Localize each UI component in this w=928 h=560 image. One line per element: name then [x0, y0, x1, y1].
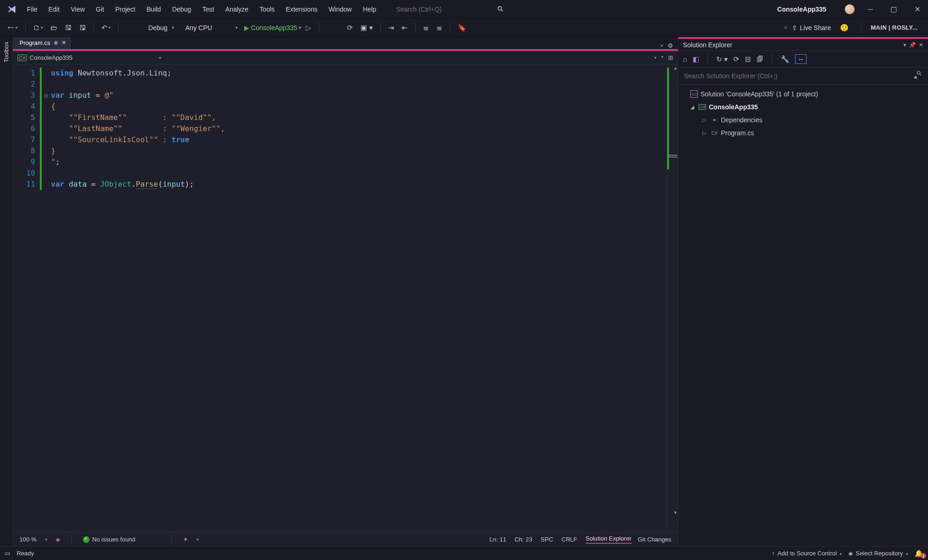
line-ending-indicator[interactable]: CRLF	[562, 536, 577, 543]
notifications-button[interactable]: 🔔	[915, 549, 923, 558]
live-share-button[interactable]: ⇪ Live Share	[792, 24, 831, 31]
platform-value: Any CPU	[185, 24, 212, 31]
output-icon[interactable]: ▭	[5, 550, 10, 557]
expand-icon[interactable]: ▷	[702, 117, 708, 123]
panel-title-label: Solution Explorer	[683, 41, 901, 49]
preview-selected-icon[interactable]: ↔	[795, 54, 807, 64]
tab-git-changes[interactable]: Git Changes	[638, 536, 671, 543]
project-node[interactable]: ◢ C# ConsoleApp335	[682, 101, 924, 113]
menu-git[interactable]: Git	[90, 3, 110, 16]
close-window-button[interactable]: ✕	[910, 3, 925, 15]
menu-debug[interactable]: Debug	[166, 3, 196, 16]
project-dropdown[interactable]: C# ConsoleApp335 ▾	[13, 52, 166, 63]
select-repository[interactable]: ◈ Select Repository ▴	[848, 550, 908, 557]
collapse-all-icon[interactable]: ⊟	[745, 55, 751, 63]
zoom-dropdown-icon[interactable]: ▾	[45, 537, 47, 542]
minimize-button[interactable]: ─	[863, 3, 877, 15]
close-panel-icon[interactable]: ✕	[919, 42, 923, 48]
decrease-indent-button[interactable]: ⇤	[399, 22, 410, 34]
platform-dropdown[interactable]: Any CPU▾	[181, 22, 242, 33]
start-debug-button[interactable]: ▶ ConsoleApp335 ▾	[244, 24, 302, 31]
menu-test[interactable]: Test	[197, 3, 220, 16]
menu-help[interactable]: Help	[357, 3, 382, 16]
minimap[interactable]: ▴ ▾	[667, 65, 678, 532]
close-tab-icon[interactable]: ✕	[62, 39, 66, 46]
code-content[interactable]: using Newtonsoft.Json.Linq; var input = …	[49, 65, 667, 532]
menu-window[interactable]: Window	[323, 3, 357, 16]
menu-build[interactable]: Build	[141, 3, 166, 16]
solution-explorer-title: Solution Explorer ▾ 📌 ✕	[678, 37, 928, 51]
toolbox-tab[interactable]: Toolbox	[3, 42, 10, 63]
line-number-gutter: 1234567891011	[13, 65, 40, 532]
increase-indent-button[interactable]: ⇥	[385, 22, 397, 34]
home-icon[interactable]: ⌂	[683, 55, 687, 63]
open-button[interactable]: 🗁	[48, 22, 60, 33]
browser-link-button[interactable]: ⟳	[344, 22, 356, 34]
menu-view[interactable]: View	[65, 3, 90, 16]
expand-icon[interactable]: ▷	[702, 130, 708, 136]
branch-label[interactable]: MAIN | ROSLY...	[871, 24, 918, 31]
back-button[interactable]: 🡐 ▾	[5, 22, 20, 33]
solution-tree: ▭ Solution 'ConsoleApp335' (1 of 1 proje…	[678, 85, 928, 142]
search-input[interactable]	[393, 3, 495, 15]
issues-indicator[interactable]: No issues found	[83, 536, 135, 543]
code-editor[interactable]: 1234567891011 ⊟ using Newtonsoft.Json.Li…	[13, 65, 678, 532]
scroll-down-icon[interactable]: ▾	[674, 510, 677, 516]
expand-icon[interactable]: ◢	[690, 104, 696, 110]
menu-extensions[interactable]: Extensions	[280, 3, 323, 16]
repo-icon: ◈	[848, 550, 853, 557]
dependencies-node[interactable]: ▷ ⚭ Dependencies	[682, 113, 924, 126]
whitespace-indicator[interactable]: SPC	[541, 536, 553, 543]
panel-dropdown-icon[interactable]: ▾	[903, 42, 906, 48]
start-no-debug-button[interactable]: ▷	[303, 22, 314, 34]
menu-edit[interactable]: Edit	[43, 3, 65, 16]
split-editor-icon[interactable]: ⊞	[668, 54, 673, 61]
solution-label: Solution 'ConsoleApp335' (1 of 1 project…	[701, 90, 818, 98]
tab-settings-icon[interactable]: ⚙	[668, 42, 673, 49]
pending-changes-icon[interactable]: ↻ ▾	[716, 55, 728, 63]
pin-panel-icon[interactable]: 📌	[909, 42, 916, 48]
pin-icon[interactable]: ⊕	[54, 40, 58, 46]
menu-analyze[interactable]: Analyze	[220, 3, 254, 16]
col-indicator[interactable]: Ch: 23	[515, 536, 532, 543]
user-avatar[interactable]	[845, 4, 855, 14]
maximize-button[interactable]: ▢	[886, 3, 902, 15]
solution-node[interactable]: ▭ Solution 'ConsoleApp335' (1 of 1 proje…	[682, 88, 924, 101]
sync-icon[interactable]: ⟳	[733, 55, 739, 63]
fold-toggle-icon[interactable]: ⊟	[43, 90, 49, 101]
solution-search: ⚲ ▾	[678, 68, 928, 85]
feedback-button[interactable]: 🙂	[837, 22, 852, 34]
add-to-source-control[interactable]: ↑ Add to Source Control ▴	[772, 550, 842, 557]
search-icon[interactable]: ⚲	[495, 4, 505, 14]
tab-program-cs[interactable]: Program.cs ⊕ ✕	[13, 37, 71, 49]
menu-project[interactable]: Project	[110, 3, 141, 16]
show-all-icon[interactable]: 🗐	[757, 55, 764, 63]
intellicode-icon[interactable]: ✦	[183, 536, 188, 543]
uncomment-button[interactable]: ≣	[434, 22, 445, 34]
error-nav-icon[interactable]: ◈	[56, 536, 60, 543]
line-indicator[interactable]: Ln: 11	[490, 536, 506, 543]
tab-solution-explorer[interactable]: Solution Explorer	[586, 535, 631, 544]
undo-button[interactable]: ↶ ▾	[99, 22, 114, 34]
bookmark-button[interactable]: 🔖	[455, 22, 469, 34]
save-button[interactable]: 🖫	[62, 22, 75, 33]
member-dropdown[interactable]: ▾	[166, 53, 661, 62]
scroll-up-icon[interactable]: ▴	[674, 65, 677, 71]
bottom-panel-tabs: Solution Explorer Git Changes	[586, 535, 671, 544]
config-dropdown[interactable]: Debug▾	[144, 22, 179, 33]
main-toolbar: 🡐 ▾ 🗋 ▾ 🗁 🖫 🖫 ↶ ▾ Debug▾ Any CPU▾ ▶ Cons…	[0, 19, 928, 37]
properties-icon[interactable]: 🔧	[781, 55, 789, 63]
save-all-button[interactable]: 🖫	[76, 22, 89, 33]
file-node-program-cs[interactable]: ▷ C# Program.cs	[682, 126, 924, 139]
step-button-1[interactable]: ▣ ▾	[358, 22, 375, 34]
menu-file[interactable]: File	[21, 3, 43, 16]
nav-dropdown-extra[interactable]: ▾	[661, 54, 663, 61]
solution-search-input[interactable]	[682, 69, 924, 82]
switch-views-icon[interactable]: ◧	[693, 55, 699, 63]
tab-drop-button[interactable]: ▾	[661, 43, 663, 48]
comment-button[interactable]: ≣	[420, 22, 432, 34]
toolbar-overflow-button[interactable]: ≡	[782, 23, 790, 32]
new-project-button[interactable]: 🗋 ▾	[30, 22, 46, 33]
zoom-level[interactable]: 100 %	[19, 536, 37, 543]
menu-tools[interactable]: Tools	[254, 3, 280, 16]
